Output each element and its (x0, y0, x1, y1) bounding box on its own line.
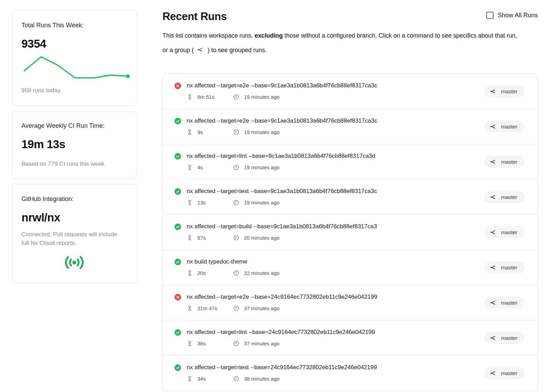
branch-badge[interactable]: master (484, 156, 524, 168)
run-command-link[interactable]: nx affected --target=e2e --base=24c9164e… (187, 294, 377, 300)
clock-icon (233, 199, 240, 206)
description-bold-text: excluding (255, 32, 283, 39)
branch-badge[interactable]: master (484, 297, 524, 309)
run-status-icon (175, 223, 181, 230)
clock-icon (233, 340, 240, 347)
branch-badge[interactable]: master (484, 226, 524, 238)
branch-badge-label: master (501, 194, 517, 200)
run-status-icon (175, 118, 181, 124)
run-command-link[interactable]: nx build typedoc-theme (187, 258, 247, 265)
group-split-icon (197, 44, 204, 58)
show-all-runs-label: Show All Runs (498, 12, 538, 19)
run-row[interactable]: nx affected --target=test --base=9c1ae3a… (163, 180, 537, 215)
sparkline-svg (21, 54, 129, 81)
run-command-link[interactable]: nx affected --target=build --base=9c1ae3… (187, 223, 377, 230)
description-text: ) to see grouped runs. (207, 47, 266, 54)
run-command-link[interactable]: nx affected --target=e2e --base=9c1ae3a1… (187, 117, 377, 124)
page-title: Recent Runs (162, 10, 227, 23)
run-duration: 36s (197, 341, 206, 346)
branch-badge-label: master (501, 124, 517, 130)
description-text: This list contains workspace runs, (162, 32, 255, 39)
broadcast-signal-icon (63, 254, 85, 273)
run-duration: 5m 51s (197, 94, 214, 100)
branch-split-icon (490, 123, 497, 130)
run-duration: 9s (197, 129, 203, 135)
branch-split-icon (490, 229, 497, 236)
avg-ci-time-subtext: Based on 779 CI runs this week. (21, 160, 127, 169)
stats-sidebar: Total Runs This Week: 9354 958 runs toda… (12, 10, 137, 391)
branch-badge[interactable]: master (484, 85, 524, 97)
total-runs-value: 9354 (21, 37, 127, 50)
clock-icon (233, 305, 240, 312)
branch-badge[interactable]: master (484, 367, 524, 379)
branch-badge-label: master (501, 229, 517, 236)
run-row[interactable]: nx build typedoc-theme 20s (163, 250, 537, 285)
run-status-icon (175, 153, 181, 160)
hourglass-icon (187, 128, 193, 136)
run-time-ago: 37 minutes ago (244, 305, 280, 311)
run-row[interactable]: nx affected --target=lint --base=9c1ae3a… (163, 144, 537, 180)
run-status-icon (175, 294, 181, 300)
hourglass-icon (187, 164, 193, 171)
github-connected-subtext: Connected. Pull requests will include fu… (21, 230, 122, 247)
total-runs-card: Total Runs This Week: 9354 958 runs toda… (12, 10, 137, 106)
run-row[interactable]: nx affected --target=test --base=24c9164… (163, 356, 537, 391)
branch-badge[interactable]: master (484, 191, 524, 203)
run-duration: 57s (197, 235, 206, 241)
run-time-ago: 19 minutes ago (244, 200, 280, 205)
run-command-link[interactable]: nx affected --target=test --base=9c1ae3a… (187, 188, 377, 195)
clock-icon (233, 270, 240, 276)
run-row[interactable]: nx affected --target=e2e --base=9c1ae3a1… (163, 109, 537, 144)
run-row[interactable]: nx affected --target=e2e --base=24c9164e… (163, 285, 537, 321)
run-row[interactable]: nx affected --target=lint --base=24c9164… (163, 321, 537, 356)
run-status-icon (175, 83, 181, 89)
run-command-link[interactable]: nx affected --target=lint --base=9c1ae3a… (187, 153, 375, 160)
run-status-icon (175, 188, 181, 195)
branch-badge[interactable]: master (484, 261, 524, 274)
run-row[interactable]: nx affected --target=build --base=9c1ae3… (163, 215, 537, 250)
run-status-icon (175, 364, 181, 371)
avg-ci-time-card: Average Weekly CI Run Time: 19m 13s Base… (12, 111, 137, 179)
recent-runs-section: Recent Runs Show All Runs This list cont… (162, 10, 538, 391)
run-time-ago: 37 minutes ago (244, 341, 280, 346)
clock-icon (233, 375, 240, 382)
runs-sparkline-chart (21, 54, 127, 81)
run-status-icon (175, 329, 181, 336)
runs-list: nx affected --target=e2e --base=9c1ae3a1… (162, 74, 538, 391)
show-all-runs-checkbox[interactable] (486, 12, 494, 19)
clock-icon (233, 94, 240, 100)
run-time-ago: 19 minutes ago (244, 94, 280, 100)
branch-split-icon (490, 334, 497, 342)
run-duration: 34s (197, 376, 206, 382)
show-all-runs-toggle[interactable]: Show All Runs (486, 12, 538, 19)
hourglass-icon (187, 93, 193, 101)
run-row[interactable]: nx affected --target=e2e --base=9c1ae3a1… (163, 74, 537, 109)
hourglass-icon (187, 269, 193, 277)
run-time-ago: 19 minutes ago (244, 129, 280, 135)
runs-today-subtext: 958 runs today. (21, 86, 127, 95)
run-duration: 21m 47s (197, 305, 217, 311)
branch-badge[interactable]: master (484, 121, 524, 133)
hourglass-icon (187, 199, 193, 206)
branch-split-icon (490, 158, 497, 165)
branch-badge-label: master (501, 370, 517, 376)
clock-icon (233, 235, 240, 241)
hourglass-icon (187, 375, 193, 382)
run-time-ago: 19 minutes ago (244, 164, 280, 170)
branch-split-icon (490, 299, 497, 306)
clock-icon (233, 129, 240, 135)
run-time-ago: 38 minutes ago (244, 376, 280, 382)
hourglass-icon (187, 305, 193, 312)
github-repo-value: nrwl/nx (21, 211, 127, 224)
page: Total Runs This Week: 9354 958 runs toda… (0, 0, 553, 391)
branch-badge-label: master (501, 265, 517, 271)
run-command-link[interactable]: nx affected --target=e2e --base=9c1ae3a1… (187, 82, 377, 89)
branch-badge[interactable]: master (484, 332, 524, 344)
branch-split-icon (490, 264, 497, 271)
avg-ci-time-value: 19m 13s (21, 138, 127, 151)
run-status-icon (175, 259, 181, 265)
run-command-link[interactable]: nx affected --target=test --base=24c9164… (187, 364, 377, 371)
run-command-link[interactable]: nx affected --target=lint --base=24c9164… (187, 329, 375, 336)
branch-badge-label: master (501, 159, 517, 165)
runs-description: This list contains workspace runs, exclu… (162, 28, 522, 58)
